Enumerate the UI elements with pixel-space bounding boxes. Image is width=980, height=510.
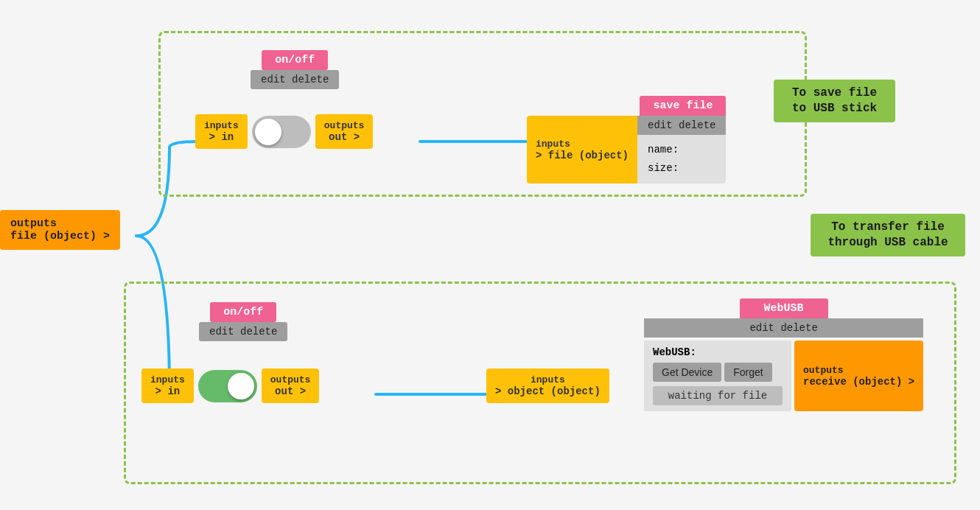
outputs-block: outputs file (object) >: [0, 210, 120, 250]
file-inputs-port: inputs > file (object): [527, 116, 637, 184]
top-edit-delete[interactable]: edit delete: [251, 70, 339, 89]
bottom-toggle-knob: [228, 373, 254, 399]
get-device-button[interactable]: Get Device: [653, 363, 721, 382]
webusb-inner-label: WebUSB:: [653, 346, 783, 358]
webusb-inner: WebUSB: Get Device Forget waiting for fi…: [644, 340, 791, 411]
waiting-status: waiting for file: [653, 386, 783, 405]
webusb-button-row: Get Device Forget: [653, 363, 783, 382]
top-inputs-port: inputs > in: [195, 114, 248, 149]
top-toggle[interactable]: [252, 116, 311, 148]
file-object-port: file (object) >: [10, 230, 110, 242]
save-usb-label: To save file to USB stick: [774, 80, 895, 122]
bottom-toggle[interactable]: [198, 370, 257, 402]
bottom-onoff-header: on/off: [210, 302, 276, 322]
file-edit-delete[interactable]: edit delete: [637, 116, 726, 135]
bottom-object-port: inputs > object (object): [486, 368, 609, 403]
webusb-outputs-port: outputs receive (object) >: [794, 340, 923, 411]
top-onoff-header: on/off: [262, 50, 328, 70]
webusb-header: WebUSB: [740, 298, 828, 318]
top-toggle-knob: [255, 119, 281, 145]
webusb-edit-delete[interactable]: edit delete: [644, 318, 923, 338]
bottom-onoff-node: on/off edit delete: [199, 302, 287, 344]
file-details: name: size:: [637, 135, 726, 184]
save-file-header: save file: [640, 96, 726, 116]
top-onoff-node: on/off edit delete: [251, 50, 339, 92]
forget-button[interactable]: Forget: [724, 363, 771, 382]
outputs-label: outputs: [10, 217, 110, 230]
transfer-usb-label: To transfer filethrough USB cable: [811, 214, 965, 256]
bottom-edit-delete[interactable]: edit delete: [199, 322, 287, 341]
bottom-inputs-port: inputs > in: [141, 368, 194, 403]
top-outputs-port: outputs out >: [315, 114, 374, 149]
bottom-outputs-port: outputs out >: [262, 368, 320, 403]
